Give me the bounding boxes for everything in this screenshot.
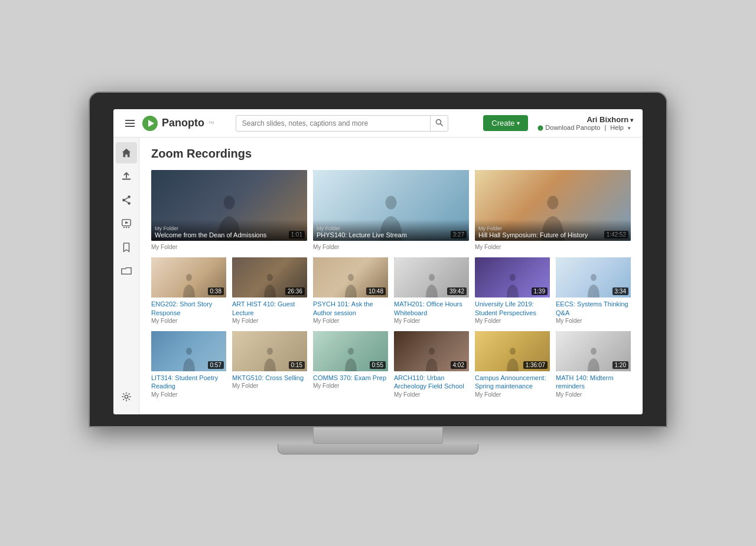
logo-trademark: ™ [208,120,214,127]
sidebar-item-upload[interactable] [116,166,137,187]
svg-point-22 [267,274,273,281]
svg-point-24 [429,274,435,281]
sidebar [113,138,139,414]
svg-text:↓: ↓ [540,127,542,130]
app-body: Zoom Recordings 1:01Welcome from the Dea… [113,138,643,414]
video-card-v14[interactable]: 1:36:07Campus Announcement: Spring maint… [475,331,550,399]
video-folder: My Folder [394,391,469,398]
video-card-v4[interactable]: 0:38ENG202: Short Story ResponseMy Folde… [151,257,226,325]
svg-rect-15 [125,227,127,228]
video-info: EECS: Systems Thinking Q&AMy Folder [556,297,631,325]
video-folder: My Folder [475,244,631,250]
video-card-v3[interactable]: 1:42:52Hill Hall Symposium: Future of Hi… [475,170,631,251]
video-info: My Folder [475,241,631,251]
sidebar-item-bookmark[interactable] [116,237,137,258]
sidebar-item-watch[interactable] [116,213,137,234]
video-title-link[interactable]: COMMS 370: Exam Prep [313,374,388,382]
thumbnail-figure [585,273,602,297]
help-link[interactable]: Help [610,124,624,131]
video-card-v11[interactable]: 0:15MKTG510: Cross SellingMy Folder [232,331,307,399]
svg-point-25 [510,274,516,281]
video-folder: My Folder [151,318,226,324]
video-card-v15[interactable]: 1:20MATH 140: Midterm remindersMy Folder [556,331,631,399]
video-card-v13[interactable]: 4:02ARCH110: Urban Archeology Field Scho… [394,331,469,399]
sidebar-item-folder[interactable] [116,260,137,282]
settings-icon [121,391,132,402]
search-button[interactable] [430,116,448,131]
svg-line-11 [125,201,128,202]
home-icon [121,148,132,158]
svg-line-3 [440,123,442,126]
video-card-v2[interactable]: 3:27PHYS140: Lecture Live StreamMy Folde… [313,170,469,251]
user-info: Ari Bixhorn ↓ Download Panopto | Help ▾ [537,115,633,131]
svg-point-30 [429,348,435,355]
video-folder: My Folder [394,318,469,324]
video-card-v5[interactable]: 26:36ART HIST 410: Guest LectureMy Folde… [232,257,307,325]
svg-point-27 [186,348,192,355]
video-duration: 3:34 [612,287,628,295]
video-card-v10[interactable]: 0:57LIT314: Student Poetry ReadingMy Fol… [151,331,226,399]
svg-line-10 [125,198,128,200]
video-card-v12[interactable]: 0:55COMMS 370: Exam PrepMy Folder [313,331,388,399]
video-title-link[interactable]: EECS: Systems Thinking Q&A [556,300,631,317]
svg-point-9 [122,199,125,202]
video-title-link[interactable]: Campus Announcement: Spring maintenance [475,374,550,391]
video-title-link[interactable]: ARCH110: Urban Archeology Field School [394,374,469,391]
svg-point-31 [510,348,516,355]
video-title-link[interactable]: LIT314: Student Poetry Reading [151,374,226,391]
video-title-link[interactable]: University Life 2019: Student Perspectiv… [475,300,550,317]
video-duration: 1:20 [612,361,628,369]
upload-icon [121,171,132,182]
sidebar-item-share[interactable] [116,189,137,211]
thumbnail-figure [261,346,279,371]
video-info: MKTG510: Cross SellingMy Folder [232,371,307,390]
video-info: LIT314: Student Poetry ReadingMy Folder [151,371,226,399]
video-folder: My Folder [556,318,631,324]
video-title-link[interactable]: PSYCH 101: Ask the Author session [313,300,388,317]
svg-marker-13 [125,221,128,224]
video-title-link[interactable]: MATH 140: Midterm reminders [556,374,631,391]
hamburger-button[interactable] [123,117,137,129]
share-icon [121,195,132,205]
video-folder: My Folder [151,391,226,398]
video-card-v9[interactable]: 3:34EECS: Systems Thinking Q&AMy Folder [556,257,631,325]
monitor-stand-base [278,444,478,455]
thumbnail-figure [504,346,522,371]
thumbnail-figure [423,346,441,371]
video-title-link[interactable]: ENG202: Short Story Response [151,300,226,317]
svg-point-17 [125,395,128,398]
svg-point-32 [591,348,597,355]
video-info: University Life 2019: Student Perspectiv… [475,297,550,325]
app-header: Panopto ™ [113,109,643,138]
header-right: Create Ari Bixhorn ↓ Download Panopto | … [483,115,633,131]
panopto-logo-icon [142,115,158,132]
video-row-2: 0:38ENG202: Short Story ResponseMy Folde… [151,257,631,325]
header-left: Panopto ™ [123,115,214,132]
video-folder-overlay: My Folder [478,225,502,231]
sidebar-item-settings[interactable] [116,388,137,410]
logo-area: Panopto ™ [142,115,214,132]
download-link[interactable]: Download Panopto [545,124,600,131]
video-card-v1[interactable]: 1:01Welcome from the Dean of AdmissionsM… [151,170,307,251]
video-folder: My Folder [475,318,550,324]
create-button[interactable]: Create [483,115,528,131]
video-card-v8[interactable]: 1:39University Life 2019: Student Perspe… [475,257,550,325]
video-card-v7[interactable]: 39:42MATH201: Office Hours WhiteboardMy … [394,257,469,325]
video-title-link[interactable]: MKTG510: Cross Selling [232,374,307,382]
sidebar-item-home[interactable] [116,142,137,164]
video-title-link[interactable]: ART HIST 410: Guest Lecture [232,300,307,317]
svg-point-20 [547,196,558,210]
video-duration: 39:42 [447,287,467,295]
thumbnail-figure [423,273,441,297]
search-input-wrap [236,115,448,132]
video-duration: 26:36 [285,287,305,295]
user-name[interactable]: Ari Bixhorn [537,115,633,124]
video-folder: My Folder [232,318,307,324]
video-duration: 0:38 [208,287,224,295]
search-input[interactable] [236,116,430,130]
video-title-link[interactable]: MATH201: Office Hours Whiteboard [394,300,469,317]
video-info: PSYCH 101: Ask the Author sessionMy Fold… [313,297,388,325]
page-title: Zoom Recordings [151,147,631,161]
logo-text: Panopto [162,117,204,129]
video-card-v6[interactable]: 10:48PSYCH 101: Ask the Author sessionMy… [313,257,388,325]
